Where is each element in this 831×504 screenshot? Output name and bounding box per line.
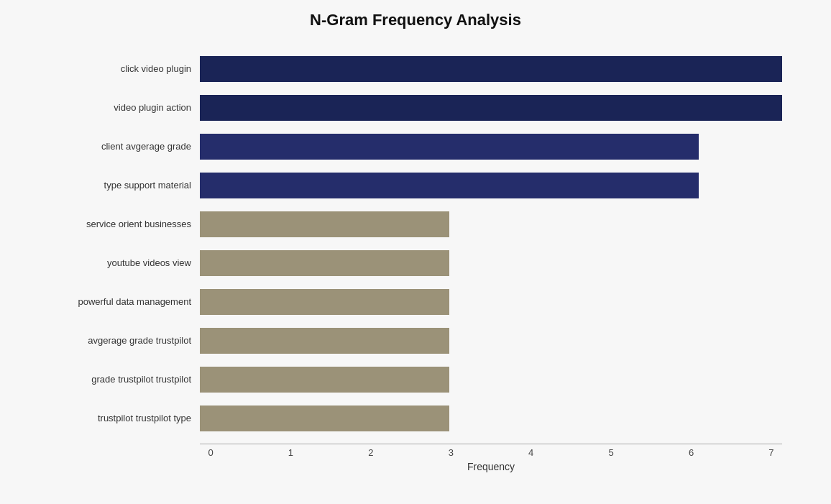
- x-tick: 1: [280, 447, 301, 458]
- chart-container: N-Gram Frequency Analysis click video pl…: [20, 0, 811, 504]
- bar-label: grade trustpilot trustpilot: [49, 374, 200, 385]
- bar-row: trustpilot trustpilot type: [49, 400, 782, 436]
- x-tick: 0: [200, 447, 221, 458]
- x-tick: 7: [761, 447, 782, 458]
- bar-fill: [200, 406, 449, 431]
- bar-track: [200, 367, 782, 393]
- bar-fill: [200, 173, 699, 198]
- bar-label: youtube videos view: [49, 257, 200, 268]
- x-tick: 3: [440, 447, 462, 458]
- x-ticks: 01234567: [200, 444, 782, 458]
- bar-row: click video plugin: [49, 51, 782, 87]
- bar-track: [200, 289, 782, 315]
- bar-fill: [200, 328, 449, 354]
- bar-row: service orient businesses: [49, 206, 782, 242]
- bar-track: [200, 173, 782, 198]
- bar-fill: [200, 134, 699, 160]
- bar-fill: [200, 95, 782, 121]
- bar-track: [200, 95, 782, 121]
- bar-label: client avgerage grade: [49, 141, 200, 152]
- bar-fill: [200, 289, 449, 315]
- bar-track: [200, 56, 782, 82]
- x-axis-area: 01234567 Frequency: [200, 444, 782, 472]
- chart-area: click video pluginvideo plugin actioncli…: [49, 51, 782, 439]
- bar-track: [200, 134, 782, 160]
- bar-label: video plugin action: [49, 102, 200, 113]
- bar-label: avgerage grade trustpilot: [49, 335, 200, 346]
- x-axis-label: Frequency: [200, 461, 782, 472]
- x-tick: 6: [681, 447, 702, 458]
- bar-fill: [200, 367, 449, 393]
- x-tick: 5: [600, 447, 622, 458]
- bar-row: powerful data management: [49, 284, 782, 320]
- bar-row: video plugin action: [49, 90, 782, 126]
- bar-row: client avgerage grade: [49, 129, 782, 165]
- bar-fill: [200, 211, 449, 237]
- bar-row: avgerage grade trustpilot: [49, 323, 782, 359]
- bar-row: youtube videos view: [49, 245, 782, 281]
- x-tick: 2: [360, 447, 382, 458]
- bar-track: [200, 328, 782, 354]
- bar-fill: [200, 56, 782, 82]
- bar-row: grade trustpilot trustpilot: [49, 362, 782, 398]
- x-tick: 4: [520, 447, 542, 458]
- bar-track: [200, 406, 782, 431]
- bar-track: [200, 211, 782, 237]
- bar-track: [200, 250, 782, 276]
- bar-label: service orient businesses: [49, 219, 200, 229]
- bar-fill: [200, 250, 449, 276]
- bar-label: click video plugin: [49, 63, 200, 74]
- bar-label: type support material: [49, 180, 200, 191]
- chart-title: N-Gram Frequency Analysis: [49, 11, 782, 29]
- bar-label: powerful data management: [49, 296, 200, 307]
- bar-label: trustpilot trustpilot type: [49, 413, 200, 423]
- bar-row: type support material: [49, 168, 782, 203]
